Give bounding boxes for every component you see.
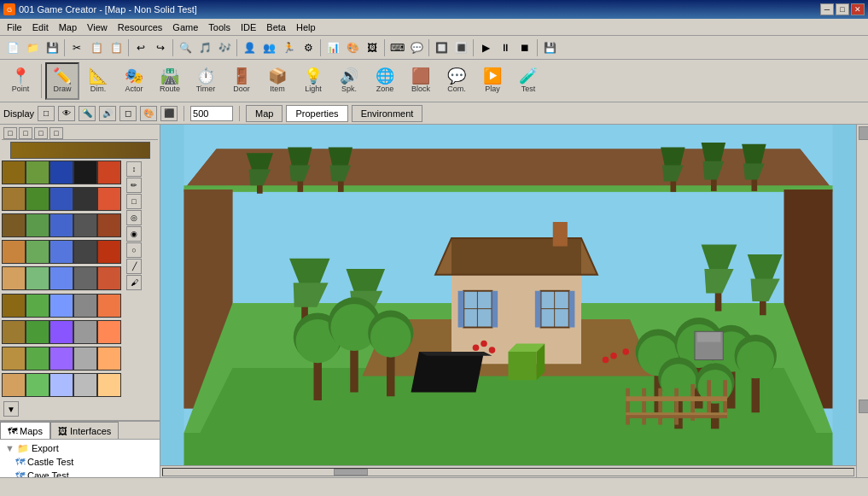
tile-cell-12[interactable] [50,213,73,237]
palette-tab-2[interactable]: □ [34,127,48,139]
tile-cell-41[interactable] [26,373,50,397]
tile-cell-7[interactable] [50,187,73,211]
tool-btn-actor[interactable]: 🎭Actor [117,62,151,100]
toggle-grid[interactable]: ◻ [119,106,137,121]
menu-item-resources[interactable]: Resources [113,20,168,34]
tile-cell-11[interactable] [26,213,50,237]
tile-cell-13[interactable] [73,213,97,237]
tile-cell-24[interactable] [97,266,121,290]
tool-btn-draw[interactable]: ✏️Draw [45,62,79,100]
toolbar1-btn-18[interactable]: ⚙ [299,38,317,57]
toolbar1-btn-13[interactable]: 🎶 [215,38,234,57]
side-tool-btn-4[interactable]: ◉ [126,226,142,242]
tool-btn-block[interactable]: 🟫Block [404,62,438,100]
side-tool-btn-2[interactable]: □ [126,194,142,209]
palette-tab-1[interactable]: □ [19,127,32,139]
tile-cell-28[interactable] [73,294,97,318]
palette-tab-3[interactable]: □ [50,127,63,139]
toolbar1-btn-25[interactable]: 💬 [407,38,426,57]
tile-cell-14[interactable] [97,213,121,237]
tile-cell-35[interactable] [2,347,26,371]
menu-item-view[interactable]: View [82,20,113,34]
toolbar1-btn-5[interactable]: 📋 [87,38,106,57]
zoom-input[interactable] [190,106,233,121]
tile-cell-1[interactable] [26,160,50,184]
toolbar1-btn-6[interactable]: 📋 [107,38,125,57]
toolbar1-btn-22[interactable]: 🖼 [363,38,382,57]
horizontal-scrollbar[interactable] [160,465,856,477]
left-tab-maps[interactable]: 🗺 Maps [0,422,50,439]
tile-cell-0[interactable] [2,160,26,184]
tile-cell-6[interactable] [26,187,50,211]
tile-cell-8[interactable] [73,187,97,211]
tile-cell-2[interactable] [50,160,73,184]
tile-cell-19[interactable] [97,240,121,264]
toolbar1-btn-12[interactable]: 🎵 [195,38,214,57]
menu-item-help[interactable]: Help [291,20,321,34]
tree-item-export[interactable]: ▼📁Export [2,441,158,455]
tile-cell-18[interactable] [73,240,97,264]
tile-cell-42[interactable] [50,373,73,397]
tile-cell-3[interactable] [73,160,97,184]
tree-item-cave-test[interactable]: 🗺Cave Test [2,469,158,477]
close-button[interactable]: ✕ [851,3,865,15]
tool-btn-dim.[interactable]: 📐Dim. [81,62,115,100]
tool-btn-point[interactable]: 📍Point [3,62,38,100]
tool-btn-door[interactable]: 🚪Door [224,62,259,100]
toggle-lights[interactable]: 🔦 [79,106,96,121]
toggle-visibility[interactable]: 👁 [58,106,75,121]
viewport[interactable] [160,125,856,465]
tile-cell-5[interactable] [2,187,26,211]
tree-item-castle-test[interactable]: 🗺Castle Test [2,455,158,469]
tile-cell-33[interactable] [73,320,97,344]
tile-cell-21[interactable] [26,266,50,290]
tile-cell-20[interactable] [2,266,26,290]
toolbar1-btn-4[interactable]: ✂ [67,38,86,57]
tile-cell-27[interactable] [50,294,73,318]
toggle-dark[interactable]: ⬛ [160,106,178,121]
left-tab-interfaces[interactable]: 🖼 Interfaces [50,422,119,439]
tool-btn-com.[interactable]: 💬Com. [440,62,474,100]
tile-cell-15[interactable] [2,240,26,264]
tile-cell-16[interactable] [26,240,50,264]
tile-cell-38[interactable] [73,347,97,371]
tile-cell-43[interactable] [73,373,97,397]
side-tool-btn-1[interactable]: ✏ [126,178,142,193]
toolbar1-btn-1[interactable]: 📁 [23,38,42,57]
tile-cell-32[interactable] [50,320,73,344]
tile-cell-4[interactable] [97,160,121,184]
tile-cell-25[interactable] [2,294,26,318]
tab-properties[interactable]: Properties [286,105,347,122]
maximize-button[interactable]: □ [836,3,849,15]
tile-cell-26[interactable] [26,294,50,318]
side-tool-btn-7[interactable]: 🖌 [126,275,142,290]
tile-cell-23[interactable] [73,266,97,290]
palette-tab-0[interactable]: □ [3,127,17,139]
tab-environment[interactable]: Environment [352,105,423,122]
toolbar1-btn-17[interactable]: 🏃 [279,38,298,57]
vertical-scrollbar[interactable] [856,125,868,477]
toolbar1-btn-21[interactable]: 🎨 [343,38,362,57]
tool-btn-zone[interactable]: 🌐Zone [368,62,402,100]
toolbar1-btn-15[interactable]: 👤 [240,38,259,57]
tile-cell-39[interactable] [97,347,121,371]
tab-map[interactable]: Map [246,105,283,122]
side-tool-btn-6[interactable]: ╱ [126,259,142,274]
toolbar1-btn-0[interactable]: 📄 [3,38,22,57]
tool-btn-play[interactable]: ▶️Play [475,62,510,100]
tile-nav-btn[interactable]: ▼ [3,401,19,417]
toolbar1-btn-32[interactable]: ⏹ [516,38,534,57]
toolbar1-btn-28[interactable]: 🔳 [451,38,470,57]
tile-cell-30[interactable] [2,320,26,344]
tile-cell-9[interactable] [97,187,121,211]
tool-btn-route[interactable]: 🛣️Route [153,62,187,100]
toolbar1-btn-27[interactable]: 🔲 [432,38,451,57]
menu-item-ide[interactable]: IDE [236,20,261,34]
toggle-fullscreen[interactable]: □ [38,106,55,121]
tile-cell-44[interactable] [97,373,121,397]
toolbar1-btn-30[interactable]: ▶ [476,38,495,57]
toggle-sound[interactable]: 🔊 [99,106,116,121]
side-tool-btn-0[interactable]: ↕ [126,161,142,177]
menu-item-tools[interactable]: Tools [203,20,236,34]
side-tool-btn-5[interactable]: ○ [126,242,142,258]
